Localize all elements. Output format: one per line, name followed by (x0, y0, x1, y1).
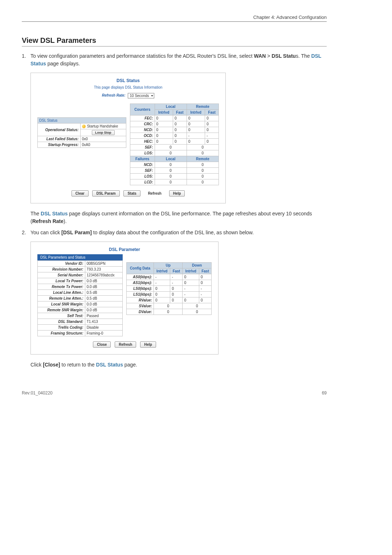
help-button[interactable]: Help (169, 190, 185, 197)
row-label: CRC: (130, 121, 155, 127)
cell: 0 (155, 121, 173, 127)
remote-header: Remote (187, 104, 219, 110)
row-label: SValue: (127, 303, 154, 309)
row-label: Serial Number: (38, 272, 85, 278)
table-row: LOS:00 (130, 150, 219, 156)
cell: 0 (155, 174, 187, 179)
cell: 0 (187, 121, 205, 127)
table-row: OCD:00-- (130, 133, 219, 139)
cell: - (170, 280, 183, 286)
table-row: LS0(kbps):00-- (127, 286, 212, 292)
param-info-table: Vendor ID:00B5GSPNRevision Number:T93.3.… (37, 260, 123, 336)
col-intrlvd: Intrlvd (183, 268, 199, 274)
row-label: Local Line Atten.: (38, 290, 85, 296)
text: Click (30, 362, 43, 368)
cell: 0 (205, 121, 219, 127)
close-button[interactable]: Close (93, 341, 111, 348)
row-label: DValue: (127, 309, 154, 315)
stats-button[interactable]: Stats (123, 190, 140, 197)
cell: 0 (199, 274, 211, 280)
row-label: RValue: (127, 297, 154, 303)
table-row: Local Tx Power:0.0 dB (38, 278, 123, 284)
loop-stop-button[interactable]: Loop Stop (92, 130, 115, 135)
row-label: Framing Structure: (38, 331, 85, 336)
table-row: SValue:00 (127, 303, 212, 309)
cell: - (187, 133, 205, 139)
step-2-number: 2. (22, 229, 30, 236)
last-failed-value: 0x0 (80, 136, 126, 142)
row-label: Local SNR Margin: (38, 301, 85, 307)
table-row: AS0(kbps):--00 (127, 274, 212, 280)
refresh-button[interactable]: Refresh (144, 191, 165, 196)
page-footer: Rev:01_040220 69 (22, 390, 327, 396)
cell: 0 (173, 127, 187, 133)
cell: 0 (155, 145, 187, 150)
table-row: Framing Structure:Framing-0 (38, 331, 123, 336)
refresh-label: Refresh Rate: (102, 93, 126, 97)
cell: 0 (155, 162, 187, 168)
text: page displays current information on the… (30, 211, 312, 224)
text-bold: DSL Statu (271, 53, 296, 59)
cell: 0 (170, 292, 183, 297)
cell: 0 (173, 121, 187, 127)
cell: 0 (154, 286, 170, 292)
local-header: Local (155, 104, 187, 110)
row-label: LS1(kbps): (127, 292, 154, 297)
cell: 0 (154, 309, 183, 315)
cell: 0 (154, 297, 170, 303)
section-title: View DSL Parameters (22, 36, 327, 46)
up-header: Up (154, 263, 183, 268)
cell: 0 (187, 150, 219, 156)
cell: 0 (170, 297, 183, 303)
cell: 0 (183, 297, 199, 303)
parameters-tab: DSL Parameters and Status (37, 254, 123, 260)
cell: 0 (187, 162, 219, 168)
row-label: SEF: (130, 168, 155, 174)
dsl-param-button[interactable]: DSL Param (92, 190, 119, 197)
col-fast: Fast (173, 110, 187, 116)
table-row: LCD:00 (130, 179, 219, 185)
cell: Framing-0 (85, 331, 122, 336)
text: ). (64, 218, 67, 224)
table-row: Remote Line Atten.:0.5 dB (38, 296, 123, 301)
cell: Passed (85, 313, 122, 319)
col-intrlvd: Intrlvd (187, 110, 205, 116)
down-header: Down (183, 263, 212, 268)
cell: - (183, 286, 199, 292)
table-row: FEC:0000 (130, 116, 219, 121)
panel-title: DSL Parameter (37, 247, 212, 252)
row-label: LOS: (130, 174, 155, 179)
table-row: SEF:00 (130, 168, 219, 174)
config-data-header: Config Data (127, 263, 154, 274)
last-failed-label: Last Failed Status: (38, 136, 81, 142)
help-button[interactable]: Help (140, 341, 156, 348)
text-bold: [Close] (43, 362, 60, 368)
cell: 0 (183, 274, 199, 280)
cell: 0 (183, 309, 212, 315)
cell: - (183, 292, 199, 297)
counters-header: Counters (130, 104, 155, 116)
cell: T93.3.23 (85, 267, 122, 272)
clear-button[interactable]: Clear (72, 190, 89, 197)
refresh-rate-dropdown[interactable]: 10 Seconds (128, 93, 154, 98)
failures-remote: Remote (187, 156, 219, 162)
cell: 00B5GSPN (85, 261, 122, 267)
cell: 0 (154, 303, 183, 309)
text: The (30, 211, 41, 216)
cell: - (154, 280, 170, 286)
cell: 0 (205, 116, 219, 121)
op-status-value: Startup Handshake (80, 123, 126, 129)
row-label: Revision Number: (38, 267, 85, 272)
cell: - (170, 274, 183, 280)
closing-paragraph: Click [Close] to return to the DSL Statu… (30, 361, 327, 369)
table-row: CRC:0000 (130, 121, 219, 127)
table-row: Vendor ID:00B5GSPN (38, 261, 123, 267)
refresh-button[interactable]: Refresh (115, 341, 136, 348)
table-row: Remote Tx Power:0.0 dB (38, 284, 123, 290)
table-row: HEC:0000 (130, 139, 219, 145)
table-row: DValue:00 (127, 309, 212, 315)
status-button-row: Clear DSL Param Stats Refresh Help (37, 190, 219, 197)
cell: 0.0 dB (85, 307, 122, 313)
row-label: Local Tx Power: (38, 278, 85, 284)
step-1-body: To view configuration parameters and per… (30, 52, 327, 68)
